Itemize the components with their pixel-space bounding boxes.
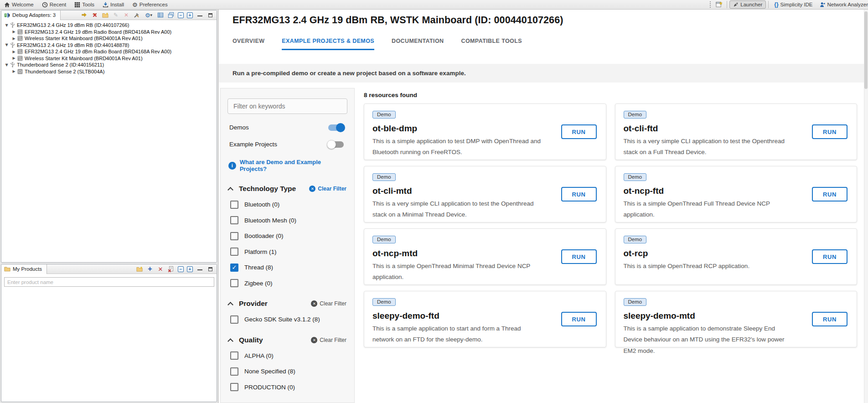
filter-option-gecko-sdk[interactable]: Gecko SDK Suite v3.1.2 (8) [227,315,347,324]
run-button[interactable]: RUN [812,187,847,202]
scrollbar[interactable] [864,10,868,403]
checkbox[interactable] [230,383,238,391]
scrollbar-thumb[interactable] [864,11,868,89]
filter-option-bootloader[interactable]: Bootloader (0) [227,232,347,240]
tree-row[interactable]: ▼ EFR32MG13 2.4 GHz 19 dBm RB (ID:440148… [1,42,217,49]
layout-copy-icon[interactable] [167,11,175,19]
collapse-all-icon[interactable]: − [178,12,184,18]
collapse-section-icon[interactable] [228,186,233,191]
checkbox[interactable] [230,315,238,324]
menu-recent-label: Recent [50,2,66,7]
filter-option-bluetooth-mesh[interactable]: Bluetooth Mesh (0) [227,216,347,224]
example-projects-toggle[interactable] [328,141,344,148]
filter-option-none-specified[interactable]: None Specified (8) [227,367,347,376]
minimize-view-icon[interactable] [196,265,203,273]
tree-row[interactable]: ▼ Thunderboard Sense 2 (ID:440156211) [1,62,217,68]
checkbox-checked[interactable]: ✓ [230,264,238,272]
network-person-icon [819,2,826,8]
tab-compatible-tools[interactable]: COMPATIBLE TOOLS [461,38,522,50]
tree-row[interactable]: ▶ Wireless Starter Kit Mainboard (BRD400… [1,55,217,62]
filter-option-zigbee[interactable]: Zigbee (0) [227,279,347,287]
collapse-section-icon[interactable] [228,338,233,342]
checkbox[interactable] [230,367,238,376]
checkbox[interactable] [230,248,238,256]
filter-option-production[interactable]: PRODUCTION (0) [227,383,347,391]
expander-icon[interactable]: ▼ [5,43,9,47]
new-folder-icon[interactable] [102,11,109,19]
perspective-simplicity-ide[interactable]: {} Simplicity IDE [771,0,816,9]
remove-product-icon[interactable]: ✕ [157,265,164,273]
tab-documentation[interactable]: DOCUMENTATION [392,38,444,50]
expander-icon[interactable]: ▶ [12,30,16,34]
menu-tools[interactable]: Tools [70,0,98,9]
clear-filter-provider[interactable]: ✕ Clear Filter [311,300,346,307]
run-button[interactable]: RUN [561,187,597,202]
menu-preferences[interactable]: ⚙ Preferences [128,0,172,9]
minimize-view-icon[interactable] [196,11,203,19]
clear-filter-technology[interactable]: ✕ Clear Filter [309,186,346,192]
demo-help-link[interactable]: What are Demo and Example Projects? [240,159,347,172]
usb-device-icon [10,22,15,28]
tab-example-projects-demos[interactable]: EXAMPLE PROJECTS & DEMOS [282,38,374,50]
maximize-view-icon[interactable] [207,265,214,273]
connect-adapter-icon[interactable] [81,11,88,19]
checkbox[interactable] [230,201,238,209]
remove-all-products-icon[interactable] [167,265,175,273]
checkbox[interactable] [230,351,238,360]
expander-icon[interactable]: ▶ [12,69,16,73]
view-menu-icon[interactable] [157,11,164,19]
new-folder-icon[interactable] [136,265,143,273]
menu-recent[interactable]: Recent [38,0,70,9]
run-button[interactable]: RUN [812,124,847,139]
expand-all-icon[interactable]: + [187,12,193,18]
my-products-tab[interactable]: My Products [1,264,47,274]
disconnect-adapter-icon[interactable] [91,11,98,19]
demos-toggle[interactable] [328,124,344,131]
expander-icon[interactable]: ▶ [12,50,16,54]
tools-wrench-icon[interactable] [133,11,140,19]
maximize-view-icon[interactable] [207,11,214,19]
keyword-filter-input[interactable] [227,98,347,114]
run-button[interactable]: RUN [561,124,597,139]
tree-row[interactable]: ▼ EFR32MG13 2.4 GHz 19 dBm RB (ID:440107… [1,22,217,29]
tab-overview[interactable]: OVERVIEW [232,38,264,50]
rename-icon[interactable]: ✎ [112,11,119,19]
menu-welcome[interactable]: Welcome [0,0,38,9]
filter-option-thread[interactable]: ✓ Thread (8) [227,264,347,272]
run-button[interactable]: RUN [561,249,597,264]
demo-badge: Demo [624,236,647,243]
filter-option-platform[interactable]: Platform (1) [227,248,347,256]
run-button[interactable]: RUN [812,312,847,326]
my-products-panel: My Products + ✕ − + [1,264,217,402]
expand-all-icon[interactable]: + [187,266,193,272]
debug-adapters-title: Debug Adapters: 3 [12,12,56,18]
checkbox[interactable] [230,279,238,287]
card-description: This is a sample application to start an… [372,323,542,346]
add-product-icon[interactable]: + [146,265,154,273]
tree-row[interactable]: ▶ Wireless Starter Kit Mainboard (BRD400… [1,35,217,42]
collapse-section-icon[interactable] [228,301,233,306]
debug-adapters-tab[interactable]: Debug Adapters: 3 [1,10,61,20]
perspective-launcher[interactable]: Launcher [729,0,766,9]
expander-icon[interactable]: ▼ [5,63,9,67]
run-button[interactable]: RUN [561,312,597,326]
open-perspective-icon[interactable] [716,1,723,8]
tree-row[interactable]: ▶ Thunderboard Sense 2 (SLTB004A) [1,68,217,75]
filter-option-bluetooth[interactable]: Bluetooth (0) [227,201,347,209]
expander-icon[interactable]: ▶ [12,56,16,60]
expander-icon[interactable]: ▶ [12,36,16,41]
checkbox[interactable] [230,216,238,224]
perspective-network-analyzer[interactable]: Network Analyzer [816,0,868,9]
expander-icon[interactable]: ▼ [5,23,9,27]
menu-install[interactable]: Install [98,0,128,9]
collapse-all-icon[interactable]: − [178,266,184,272]
settings-dropdown-icon[interactable]: ⚙ ▾ [144,11,154,19]
product-search-input[interactable] [4,277,214,287]
run-button[interactable]: RUN [812,249,847,264]
clear-filter-quality[interactable]: ✕ Clear Filter [311,337,346,343]
tree-row[interactable]: ▶ EFR32MG13 2.4 GHz 19 dBm Radio Board (… [1,48,217,55]
checkbox[interactable] [230,232,238,240]
delete-icon[interactable]: ✕ [123,11,130,19]
filter-option-alpha[interactable]: ALPHA (0) [227,351,347,360]
tree-row[interactable]: ▶ EFR32MG13 2.4 GHz 19 dBm Radio Board (… [1,29,217,36]
